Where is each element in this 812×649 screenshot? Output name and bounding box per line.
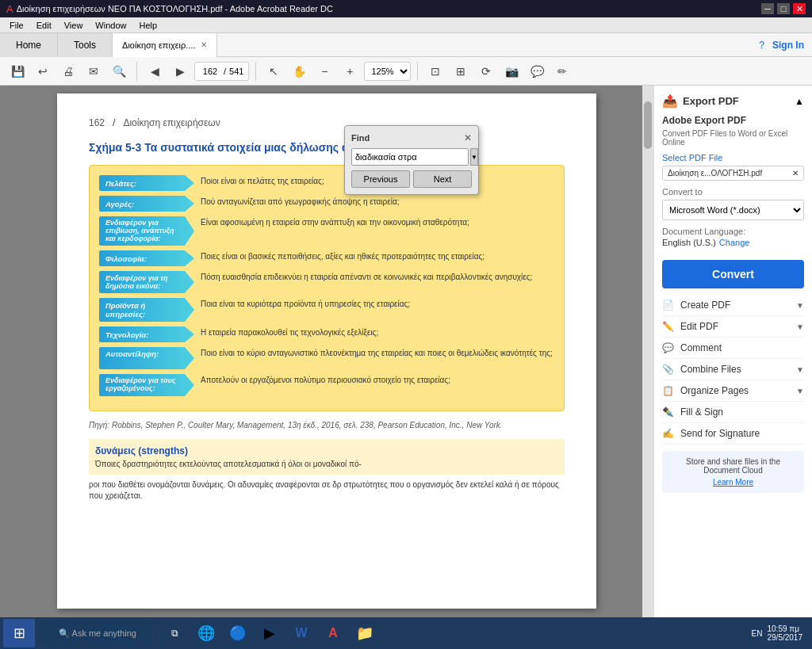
- maximize-button[interactable]: □: [777, 3, 790, 14]
- menu-edit[interactable]: Edit: [30, 19, 58, 32]
- taskbar-acrobat[interactable]: A: [319, 619, 347, 647]
- send-signature-icon: ✍️: [662, 428, 674, 439]
- save-button[interactable]: 💾: [6, 60, 29, 82]
- tool-send-signature[interactable]: ✍️ Send for Signature: [662, 423, 804, 445]
- menu-window[interactable]: Window: [89, 19, 132, 32]
- diagram-row: Αγορές: Πού ανταγωνίζεται από γεωγραφική…: [99, 196, 554, 212]
- find-search-input[interactable]: [351, 148, 469, 166]
- tool-comment[interactable]: 💬 Comment: [662, 338, 804, 359]
- zoom-select[interactable]: 125% 100% 150% 75%: [364, 62, 411, 81]
- find-previous-button[interactable]: Previous: [351, 170, 410, 188]
- next-page-button[interactable]: ▶: [169, 60, 191, 82]
- scroll-thumb[interactable]: [644, 101, 652, 149]
- doc-lang-label: Document Language:: [662, 227, 804, 236]
- tool-create-pdf[interactable]: 📄 Create PDF ▼: [662, 295, 804, 316]
- tab-tools[interactable]: Tools: [58, 33, 113, 57]
- email-button[interactable]: ✉: [82, 60, 105, 82]
- taskbar-word[interactable]: W: [287, 619, 316, 647]
- menu-view[interactable]: View: [58, 19, 90, 32]
- diagram-row: Ενδιαφέρον για επιβίωση, ανάπτυξη και κε…: [99, 216, 554, 246]
- minimize-button[interactable]: ─: [761, 3, 774, 14]
- menu-help[interactable]: Help: [132, 19, 163, 32]
- export-header: 📤 Export PDF ▲: [662, 94, 804, 109]
- menu-file[interactable]: File: [3, 19, 30, 32]
- create-pdf-label: Create PDF: [680, 300, 730, 311]
- zoom-out-button[interactable]: −: [313, 60, 335, 82]
- comment-icon: 💬: [662, 342, 674, 353]
- file-remove-icon[interactable]: ✕: [792, 169, 799, 178]
- hand-tool[interactable]: ✋: [288, 60, 310, 82]
- diagram-text-3: Ποιες είναι οι βασικές πεποιθήσεις, αξίε…: [201, 250, 554, 261]
- page-separator: /: [224, 67, 226, 76]
- find-next-button[interactable]: Next: [413, 170, 472, 188]
- sign-in-link[interactable]: Sign In: [772, 40, 804, 51]
- pdf-scrollbar[interactable]: [642, 86, 653, 617]
- taskbar-language: EN: [752, 629, 763, 638]
- toolbar: 💾 ↩ 🖨 ✉ 🔍 ◀ ▶ / 541 ↖ ✋ − + 125% 100% 15…: [0, 57, 812, 86]
- markup-tool[interactable]: ✏: [551, 60, 573, 82]
- close-button[interactable]: ✕: [793, 3, 806, 14]
- snapshot-button[interactable]: 📷: [500, 60, 523, 82]
- fit-width-button[interactable]: ⊞: [450, 60, 472, 82]
- tab-document[interactable]: Διοίκηση επιχειρ.... ✕: [113, 33, 216, 57]
- doc-lang-value: English (U.S.): [662, 238, 716, 247]
- diagram-row: Φιλοσοφία: Ποιες είναι οι βασικές πεποιθ…: [99, 250, 554, 266]
- taskbar-media[interactable]: ▶: [255, 619, 284, 647]
- pdf-page: 162 / Διοίκηση επιχειρήσεων Σχήμα 5-3 Τα…: [57, 94, 596, 609]
- taskbar-task-view[interactable]: ⧉: [160, 619, 189, 647]
- page-header: 162 / Διοίκηση επιχειρήσεων: [89, 117, 565, 128]
- tab-close-icon[interactable]: ✕: [201, 40, 207, 49]
- diagram-label-4: Ενδιαφέρον για τη δημόσια εικόνα:: [99, 271, 194, 293]
- find-dropdown-button[interactable]: ▼: [470, 148, 478, 166]
- tool-fill-sign[interactable]: ✒️ Fill & Sign: [662, 402, 804, 423]
- title-bar: A Διοίκηση επιχειρήσεων ΝΕΟ ΠΑ ΚΟΣΤΟΛΟΓΗ…: [0, 0, 812, 17]
- find-input-row: ▼: [351, 148, 472, 166]
- search-button[interactable]: 🔍: [108, 60, 130, 82]
- rotate-button[interactable]: ⟳: [475, 60, 497, 82]
- fill-sign-icon: ✒️: [662, 407, 674, 418]
- tab-home[interactable]: Home: [0, 33, 58, 57]
- cloud-section: Store and share files in the Document Cl…: [662, 451, 804, 493]
- main-area: Find ✕ ▼ Previous Next 162 / Διοίκηση επ…: [0, 86, 812, 617]
- title-bar-controls: ─ □ ✕: [761, 3, 806, 14]
- highlight-title: δυνάμεις (strengths): [95, 445, 558, 456]
- taskbar-cortana[interactable]: 🔍 Ask me anything: [38, 619, 157, 647]
- select-pdf-label[interactable]: Select PDF File: [662, 153, 804, 162]
- zoom-in-button[interactable]: +: [339, 60, 361, 82]
- start-button[interactable]: ⊞: [3, 619, 35, 647]
- diagram-row: Ενδιαφέρον για τους εργαζομένους: Αποτελ…: [99, 374, 554, 396]
- print-button[interactable]: 🖨: [57, 60, 79, 82]
- highlight-text: Όποιες δραστηριότητες εκτελούντας αποτελ…: [95, 460, 558, 468]
- back-button[interactable]: ↩: [32, 60, 54, 82]
- help-icon[interactable]: ?: [759, 40, 764, 51]
- fill-sign-label: Fill & Sign: [680, 407, 723, 418]
- pointer-tool[interactable]: ↖: [262, 60, 285, 82]
- pdf-viewer[interactable]: Find ✕ ▼ Previous Next 162 / Διοίκηση επ…: [0, 86, 653, 617]
- convert-button[interactable]: Convert: [662, 260, 804, 288]
- page-number-display: 162: [89, 117, 105, 128]
- comment-tool[interactable]: 💬: [526, 60, 548, 82]
- diagram-text-1: Πού ανταγωνίζεται από γεωγραφικής άποψης…: [201, 196, 554, 206]
- learn-more-link[interactable]: Learn More: [668, 478, 798, 487]
- find-close-icon[interactable]: ✕: [464, 132, 472, 143]
- panel-collapse-icon[interactable]: ▲: [795, 96, 804, 107]
- fit-page-button[interactable]: ⊡: [424, 60, 446, 82]
- edit-pdf-chevron: ▼: [796, 323, 804, 331]
- taskbar-chrome[interactable]: 🔵: [224, 619, 252, 647]
- diagram-text-7: Ποιο είναι το κύριο ανταγωνιστικό πλεονέ…: [201, 347, 554, 357]
- create-pdf-icon: 📄: [662, 300, 674, 311]
- tool-organize-pages[interactable]: 📋 Organize Pages ▼: [662, 380, 804, 402]
- page-number-input[interactable]: [198, 67, 222, 76]
- taskbar-file-explorer[interactable]: 📁: [350, 619, 379, 647]
- tool-combine-files[interactable]: 📎 Combine Files ▼: [662, 359, 804, 380]
- right-panel: 📤 Export PDF ▲ Adobe Export PDF Convert …: [653, 86, 812, 617]
- change-language-link[interactable]: Change: [719, 238, 750, 247]
- prev-page-button[interactable]: ◀: [144, 60, 166, 82]
- diagram-text-4: Πόση ευαισθησία επιδεικνύει η εταιρεία α…: [201, 271, 554, 281]
- diagram-row: Πελάτες: Ποιοι είναι οι πελάτες της εται…: [99, 175, 554, 191]
- tool-edit-pdf[interactable]: ✏️ Edit PDF ▼: [662, 316, 804, 338]
- convert-to-select[interactable]: Microsoft Word (*.docx) Microsoft Excel …: [662, 200, 804, 220]
- diagram-row: Προϊόντα ή υπηρεσίες: Ποια είναι τα κυρι…: [99, 298, 554, 322]
- diagram-label-0: Πελάτες:: [99, 175, 194, 191]
- taskbar-ie[interactable]: 🌐: [192, 619, 220, 647]
